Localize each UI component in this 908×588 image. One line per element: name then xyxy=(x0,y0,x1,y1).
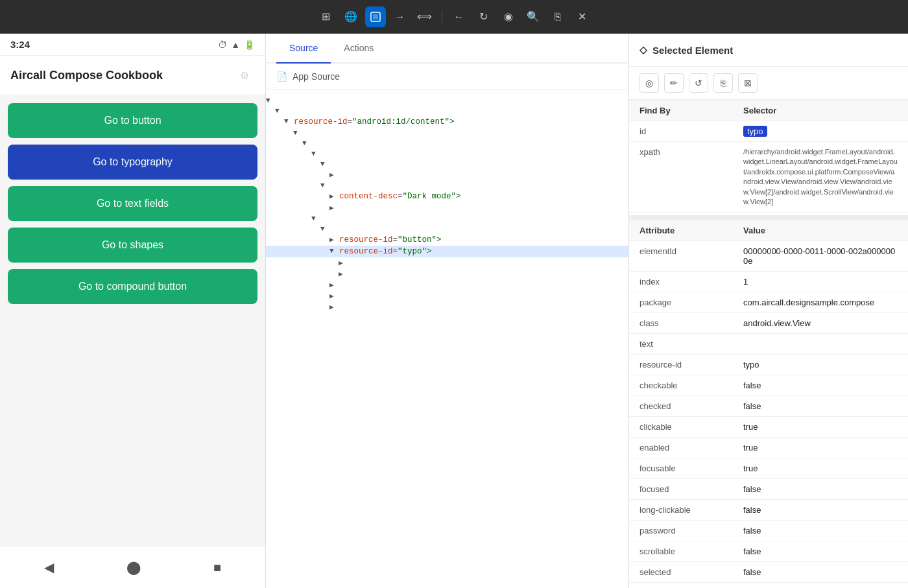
tree-arrow-n1[interactable]: ▼ xyxy=(266,97,274,104)
settings-button[interactable]: ⚙ xyxy=(234,65,255,86)
toolbar-refresh-btn[interactable]: ↻ xyxy=(473,6,494,27)
tree-node-n18[interactable]: ▶ xyxy=(266,279,628,290)
tab-actions[interactable]: Actions xyxy=(331,34,387,64)
tree-node-n11[interactable]: ▶ xyxy=(266,202,628,213)
toolbar-copy-btn[interactable]: ⎘ xyxy=(547,6,568,27)
tab-source[interactable]: Source xyxy=(276,34,331,64)
attr-label-1: index xyxy=(629,272,733,292)
app-header: Aircall Compose Cookbook ⚙ xyxy=(0,56,265,95)
main-toolbar: ⊞ 🌐 → ⟺ ← ↻ ◉ 🔍 ⎘ ✕ xyxy=(0,0,908,34)
toolbar-resize-btn[interactable]: ⟺ xyxy=(414,6,435,27)
tree-tag-n3: resource-id="android:id/content"> xyxy=(294,117,455,126)
element-tool-refresh[interactable]: ↺ xyxy=(689,73,708,93)
source-panel-tabs: Source Actions xyxy=(266,34,628,64)
tree-node-n10[interactable]: ▶ content-desc="Dark mode"> xyxy=(266,191,628,202)
find-by-header: Find By Selector xyxy=(629,100,908,121)
attr-row-9: enabled true xyxy=(629,438,908,458)
source-tree[interactable]: ▼▼▼ resource-id="android:id/content">▼▼▼… xyxy=(266,90,628,588)
tree-arrow-n7[interactable]: ▼ xyxy=(320,160,328,168)
properties-table: Find By Selector id typo xpath /hierarch… xyxy=(629,100,908,588)
attr-row-14: scrollable false xyxy=(629,541,908,562)
tree-arrow-n9[interactable]: ▼ xyxy=(320,182,328,189)
tree-node-n1[interactable]: ▼ xyxy=(266,95,628,106)
tree-node-n4[interactable]: ▼ xyxy=(266,128,628,138)
toolbar-back-btn[interactable]: ← xyxy=(449,6,470,27)
attr-label-6: checkable xyxy=(629,375,733,395)
element-tool-delete[interactable]: ⊠ xyxy=(738,73,758,93)
attr-value-3: android.view.View xyxy=(733,313,908,333)
tree-arrow-n15[interactable]: ▼ xyxy=(329,247,337,255)
tree-node-n6[interactable]: ▼ xyxy=(266,148,628,159)
goto-shapes-btn[interactable]: Go to shapes xyxy=(8,228,257,263)
toolbar-grid-btn[interactable]: ⊞ xyxy=(316,6,337,27)
home-nav-btn[interactable]: ⬤ xyxy=(116,554,151,580)
tree-node-n16[interactable]: ▶ xyxy=(266,257,628,268)
element-tool-edit[interactable]: ✏ xyxy=(664,73,684,93)
value-label: Value xyxy=(733,220,908,241)
tree-arrow-n17[interactable]: ▶ xyxy=(339,270,346,278)
goto-button-btn[interactable]: Go to button xyxy=(8,103,257,138)
attribute-label: Attribute xyxy=(629,220,733,241)
element-tool-target[interactable]: ◎ xyxy=(639,73,659,93)
app-title: Aircall Compose Cookbook xyxy=(10,69,163,82)
tree-arrow-n2[interactable]: ▼ xyxy=(275,107,283,115)
tree-arrow-n3[interactable]: ▼ xyxy=(284,117,292,125)
tree-node-n2[interactable]: ▼ xyxy=(266,106,628,116)
toolbar-eye-btn[interactable]: ◉ xyxy=(498,6,519,27)
tree-node-n5[interactable]: ▼ xyxy=(266,138,628,148)
attr-label-10: focusable xyxy=(629,458,733,478)
tree-attrval-n10: "Dark mode"> xyxy=(403,192,461,201)
selector-label: Selector xyxy=(733,100,908,121)
goto-typography-btn[interactable]: Go to typography xyxy=(8,145,257,180)
attr-row-7: checked false xyxy=(629,396,908,417)
xpath-row: xpath /hierarchy/android.widget.FrameLay… xyxy=(629,142,908,213)
tree-arrow-n5[interactable]: ▼ xyxy=(302,139,310,147)
tree-arrow-n20[interactable]: ▶ xyxy=(329,303,337,311)
tree-node-n7[interactable]: ▼ xyxy=(266,159,628,169)
tree-arrow-n10[interactable]: ▶ xyxy=(329,192,337,200)
tree-node-n12[interactable]: ▼ xyxy=(266,213,628,224)
tree-attr-n14: resource-id xyxy=(339,235,393,244)
recents-nav-btn[interactable]: ■ xyxy=(203,554,232,580)
toolbar-sep-1 xyxy=(442,10,442,23)
back-nav-btn[interactable]: ◀ xyxy=(34,554,64,580)
tree-node-n19[interactable]: ▶ xyxy=(266,290,628,301)
tree-arrow-n6[interactable]: ▼ xyxy=(311,150,319,158)
attr-row-10: focusable true xyxy=(629,458,908,479)
tree-arrow-n16[interactable]: ▶ xyxy=(339,259,346,267)
status-bar: 3:24 ⏱ ▲ 🔋 xyxy=(0,34,265,56)
attr-row-16: bounds [56,585][1384,764] xyxy=(629,583,908,588)
goto-compound-btn[interactable]: Go to compound button xyxy=(8,269,257,304)
tree-node-n15[interactable]: ▼ resource-id="typo"> xyxy=(266,246,628,257)
tree-node-n14[interactable]: ▶ resource-id="button"> xyxy=(266,234,628,246)
tree-node-n9[interactable]: ▼ xyxy=(266,180,628,191)
element-tool-copy[interactable]: ⎘ xyxy=(713,73,733,93)
attr-value-16: [56,585][1384,764] xyxy=(733,583,908,588)
tree-arrow-n18[interactable]: ▶ xyxy=(329,281,337,289)
battery-icon: 🔋 xyxy=(244,40,255,50)
tree-arrow-n19[interactable]: ▶ xyxy=(329,292,337,300)
source-panel-title: App Source xyxy=(293,71,340,82)
tree-arrow-n11[interactable]: ▶ xyxy=(329,204,337,212)
toolbar-search-btn[interactable]: 🔍 xyxy=(523,6,544,27)
toolbar-close-btn[interactable]: ✕ xyxy=(572,6,593,27)
attr-row-8: clickable true xyxy=(629,417,908,438)
tree-node-n8[interactable]: ▶ xyxy=(266,169,628,180)
id-label: id xyxy=(629,121,733,141)
toolbar-select-btn[interactable] xyxy=(365,6,386,27)
tree-attr-n15: resource-id xyxy=(339,247,393,256)
toolbar-globe-btn[interactable]: 🌐 xyxy=(340,6,361,27)
tree-arrow-n8[interactable]: ▶ xyxy=(329,171,337,179)
toolbar-arrow-btn[interactable]: → xyxy=(390,6,411,27)
tree-node-n20[interactable]: ▶ xyxy=(266,301,628,312)
tree-arrow-n13[interactable]: ▼ xyxy=(320,225,328,233)
id-highlight: typo xyxy=(743,126,767,137)
tree-arrow-n4[interactable]: ▼ xyxy=(293,129,301,137)
goto-textfields-btn[interactable]: Go to text fields xyxy=(8,186,257,221)
tree-node-n13[interactable]: ▼ xyxy=(266,224,628,234)
tree-arrow-n14[interactable]: ▶ xyxy=(329,235,337,244)
tree-node-n3[interactable]: ▼ resource-id="android:id/content"> xyxy=(266,116,628,128)
tree-arrow-n12[interactable]: ▼ xyxy=(311,215,319,222)
attr-value-12: false xyxy=(733,500,908,520)
tree-node-n17[interactable]: ▶ xyxy=(266,268,628,279)
